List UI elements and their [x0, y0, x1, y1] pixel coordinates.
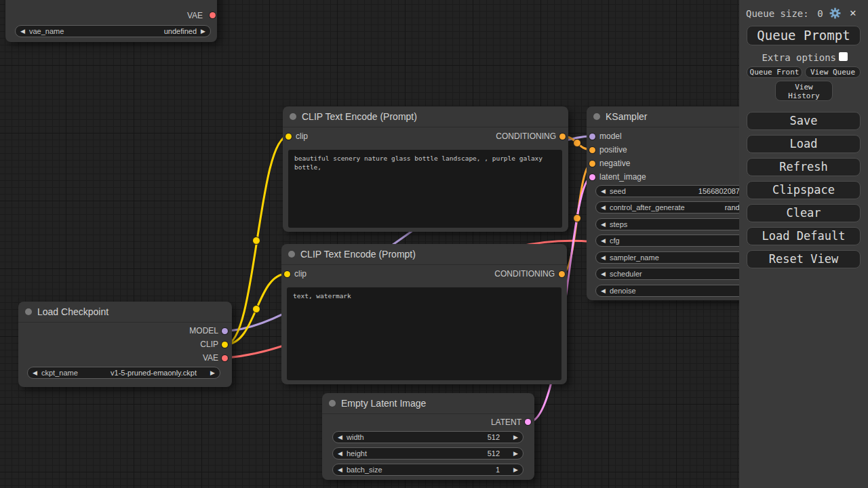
refresh-button[interactable]: Refresh [747, 158, 861, 176]
collapse-dot[interactable] [25, 308, 32, 315]
prompt-textarea[interactable]: beautiful scenery nature glass bottle la… [288, 150, 562, 228]
node-vae-loader[interactable]: VAE ◀ vae_name undefined ▶ [5, 0, 217, 42]
input-label: clip [294, 269, 307, 279]
decrement-arrow-icon[interactable]: ◀ [601, 219, 606, 230]
view-history-button[interactable]: View History [775, 81, 833, 101]
output-port-conditioning[interactable] [559, 134, 566, 140]
output-label: CONDITIONING [461, 131, 556, 141]
collapse-dot[interactable] [593, 113, 600, 120]
input-label: model [599, 131, 622, 141]
decrement-arrow-icon[interactable]: ◀ [601, 268, 606, 279]
increment-arrow-icon[interactable]: ▶ [513, 448, 518, 459]
increment-arrow-icon[interactable]: ▶ [513, 432, 518, 443]
increment-arrow-icon[interactable]: ▶ [210, 367, 215, 378]
input-label: latent_image [599, 172, 646, 182]
node-clip-text-encode-negative[interactable]: CLIP Text Encode (Prompt) clip CONDITION… [281, 244, 567, 384]
input-label: clip [296, 131, 308, 141]
queue-size-value: 0 [817, 8, 823, 19]
node-load-checkpoint[interactable]: Load Checkpoint MODEL CLIP VAE ◀ ckpt_na… [18, 302, 232, 387]
output-port-vae[interactable] [210, 12, 216, 18]
queue-size-label: Queue size: 0 [746, 8, 823, 19]
increment-arrow-icon[interactable]: ▶ [513, 464, 518, 475]
input-port-positive[interactable] [589, 147, 595, 153]
clipspace-button[interactable]: Clipspace [747, 181, 861, 199]
load-button[interactable]: Load [747, 135, 861, 153]
widget-ckpt-name[interactable]: ◀ ckpt_name v1-5-pruned-emaonly.ckpt ▶ [27, 367, 220, 379]
node-title: CLIP Text Encode (Prompt) [281, 244, 567, 265]
output-port-latent[interactable] [525, 419, 531, 425]
extra-options-checkbox[interactable] [839, 52, 848, 61]
decrement-arrow-icon[interactable]: ◀ [601, 285, 606, 296]
output-label: CLIP [151, 340, 218, 349]
decrement-arrow-icon[interactable]: ◀ [601, 252, 606, 263]
input-label: positive [599, 145, 627, 155]
output-label: CONDITIONING [460, 269, 555, 279]
decrement-arrow-icon[interactable]: ◀ [601, 235, 606, 246]
link-midpoint-dot[interactable] [574, 215, 581, 222]
output-label: VAE [121, 11, 203, 20]
save-button[interactable]: Save [747, 112, 861, 130]
queue-size-text: Queue size: [746, 8, 809, 19]
decrement-arrow-icon[interactable]: ◀ [601, 202, 606, 213]
input-label: negative [599, 159, 630, 168]
decrement-arrow-icon[interactable]: ◀ [338, 448, 342, 459]
load-default-button[interactable]: Load Default [747, 227, 861, 245]
node-title: Empty Latent Image [322, 393, 534, 414]
decrement-arrow-icon[interactable]: ◀ [20, 26, 25, 37]
queue-prompt-button[interactable]: Queue Prompt [747, 26, 861, 45]
node-empty-latent-image[interactable]: Empty Latent Image LATENT ◀ width 512 ▶ … [322, 393, 534, 480]
clear-button[interactable]: Clear [747, 204, 861, 222]
decrement-arrow-icon[interactable]: ◀ [338, 432, 342, 443]
prompt-textarea[interactable]: text, watermark [287, 287, 561, 380]
app-window: VAE ◀ vae_name undefined ▶ CLIP Text Enc… [0, 0, 868, 488]
link-midpoint-dot[interactable] [253, 306, 260, 313]
node-clip-text-encode-positive[interactable]: CLIP Text Encode (Prompt) clip CONDITION… [283, 106, 568, 232]
gear-icon[interactable] [829, 7, 842, 20]
input-port-clip[interactable] [285, 134, 292, 140]
collapse-dot[interactable] [329, 400, 336, 407]
collapse-dot[interactable] [288, 251, 295, 258]
close-icon[interactable]: ✕ [850, 6, 856, 19]
output-label: VAE [151, 353, 218, 363]
view-queue-button[interactable]: View Queue [805, 66, 861, 78]
link-midpoint-dot[interactable] [253, 237, 260, 245]
output-port-model[interactable] [222, 328, 228, 334]
output-label: MODEL [151, 326, 218, 336]
widget-width[interactable]: ◀ width 512 ▶ [332, 431, 524, 443]
decrement-arrow-icon[interactable]: ◀ [338, 464, 342, 475]
input-port-clip[interactable] [284, 271, 290, 277]
menu-panel: Queue size: 0 ✕ Queue Prompt Extra optio… [739, 0, 868, 488]
extra-options-label: Extra options [739, 52, 836, 63]
output-label: LATENT [454, 418, 521, 427]
increment-arrow-icon[interactable]: ▶ [201, 26, 205, 37]
widget-height[interactable]: ◀ height 512 ▶ [332, 447, 524, 460]
output-port-clip[interactable] [222, 342, 228, 348]
input-port-negative[interactable] [589, 161, 595, 167]
link-midpoint-dot[interactable] [574, 140, 581, 147]
input-port-model[interactable] [589, 134, 595, 140]
output-port-conditioning[interactable] [559, 271, 565, 277]
widget-vae-name[interactable]: ◀ vae_name undefined ▶ [15, 25, 211, 37]
queue-front-button[interactable]: Queue Front [747, 66, 802, 78]
decrement-arrow-icon[interactable]: ◀ [601, 186, 606, 197]
collapse-dot[interactable] [290, 113, 296, 120]
reset-view-button[interactable]: Reset View [747, 250, 861, 268]
node-title: CLIP Text Encode (Prompt) [283, 106, 568, 127]
output-port-vae[interactable] [222, 355, 228, 361]
input-port-latent-image[interactable] [589, 174, 595, 180]
widget-batch-size[interactable]: ◀ batch_size 1 ▶ [332, 464, 524, 476]
node-title: Load Checkpoint [18, 302, 232, 323]
decrement-arrow-icon[interactable]: ◀ [33, 367, 37, 378]
